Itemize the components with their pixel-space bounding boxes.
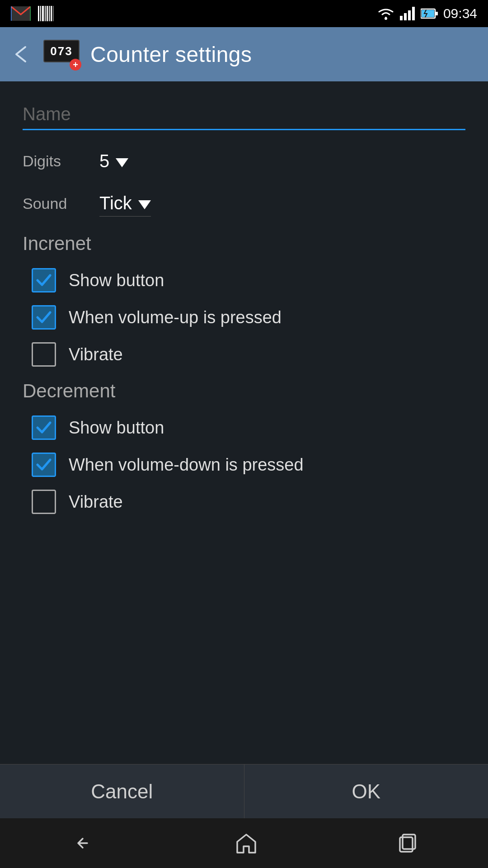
increment-section: Increnet Show button When v: [23, 233, 465, 367]
svg-rect-13: [404, 13, 407, 20]
sound-row: Sound Tick: [23, 190, 465, 217]
increment-volume-up-label: When volume-up is pressed: [69, 308, 282, 327]
decrement-title: Decrement: [23, 380, 465, 402]
svg-rect-6: [45, 6, 46, 21]
increment-show-button-row: Show button: [23, 268, 465, 292]
decrement-volume-down-label: When volume-down is pressed: [69, 455, 304, 475]
increment-volume-up-checkbox[interactable]: [32, 305, 56, 330]
sound-label: Sound: [23, 195, 86, 212]
increment-vibrate-row: Vibrate: [23, 342, 465, 367]
svg-rect-5: [42, 6, 44, 21]
svg-rect-3: [38, 6, 39, 21]
svg-rect-17: [436, 12, 438, 15]
name-input-group: [23, 99, 465, 130]
svg-rect-14: [408, 10, 411, 20]
checkmark-icon: [36, 458, 52, 471]
increment-volume-up-row: When volume-up is pressed: [23, 305, 465, 330]
svg-rect-10: [53, 6, 53, 21]
digits-value: 5: [99, 151, 109, 171]
nav-bar: [0, 818, 488, 868]
decrement-vibrate-label: Vibrate: [69, 492, 123, 512]
name-input[interactable]: [23, 99, 465, 130]
settings-content: Digits 5 Sound Tick Increnet Show button: [0, 81, 488, 514]
battery-icon: [421, 8, 438, 19]
back-button[interactable]: [9, 42, 33, 67]
page-title: Counter settings: [90, 42, 252, 67]
checkmark-icon: [36, 311, 52, 324]
decrement-volume-down-row: When volume-down is pressed: [23, 453, 465, 477]
increment-vibrate-checkbox[interactable]: [32, 342, 56, 367]
svg-rect-18: [422, 10, 434, 17]
sound-value: Tick: [99, 193, 132, 213]
decrement-show-button-row: Show button: [23, 415, 465, 440]
checkmark-icon: [36, 274, 52, 287]
status-bar: 09:34: [0, 0, 488, 27]
digits-dropdown[interactable]: 5: [99, 148, 128, 174]
cancel-button[interactable]: Cancel: [0, 764, 244, 818]
bottom-action-bar: Cancel OK: [0, 764, 488, 818]
svg-rect-8: [49, 6, 50, 21]
time-display: 09:34: [443, 6, 477, 21]
digits-arrow-icon: [116, 158, 128, 167]
digits-label: Digits: [23, 152, 86, 170]
checkmark-icon: [36, 421, 52, 434]
counter-badge: 073 +: [43, 40, 80, 69]
svg-rect-12: [400, 16, 403, 20]
svg-rect-7: [47, 6, 48, 21]
ok-button[interactable]: OK: [244, 764, 488, 818]
svg-rect-9: [51, 6, 52, 21]
counter-plus-icon: +: [70, 59, 81, 71]
signal-icon: [400, 7, 415, 20]
svg-rect-4: [40, 6, 41, 21]
decrement-vibrate-row: Vibrate: [23, 490, 465, 514]
increment-show-button-checkbox[interactable]: [32, 268, 56, 292]
svg-rect-15: [412, 7, 415, 20]
decrement-volume-down-checkbox[interactable]: [32, 453, 56, 477]
sound-dropdown[interactable]: Tick: [99, 190, 151, 217]
nav-home-button[interactable]: [235, 832, 258, 854]
nav-back-button[interactable]: [69, 832, 96, 854]
decrement-section: Decrement Show button When: [23, 380, 465, 514]
gmail-icon: [11, 6, 31, 21]
toolbar: 073 + Counter settings: [0, 27, 488, 81]
increment-title: Increnet: [23, 233, 465, 255]
wifi-icon: [377, 7, 394, 20]
barcode-icon: [38, 6, 53, 21]
increment-vibrate-label: Vibrate: [69, 345, 123, 364]
increment-show-button-label: Show button: [69, 271, 164, 290]
decrement-vibrate-checkbox[interactable]: [32, 490, 56, 514]
decrement-show-button-checkbox[interactable]: [32, 415, 56, 440]
sound-arrow-icon: [138, 200, 151, 209]
digits-row: Digits 5: [23, 148, 465, 174]
decrement-show-button-label: Show button: [69, 418, 164, 438]
nav-recents-button[interactable]: [396, 832, 419, 854]
svg-point-11: [385, 17, 387, 20]
